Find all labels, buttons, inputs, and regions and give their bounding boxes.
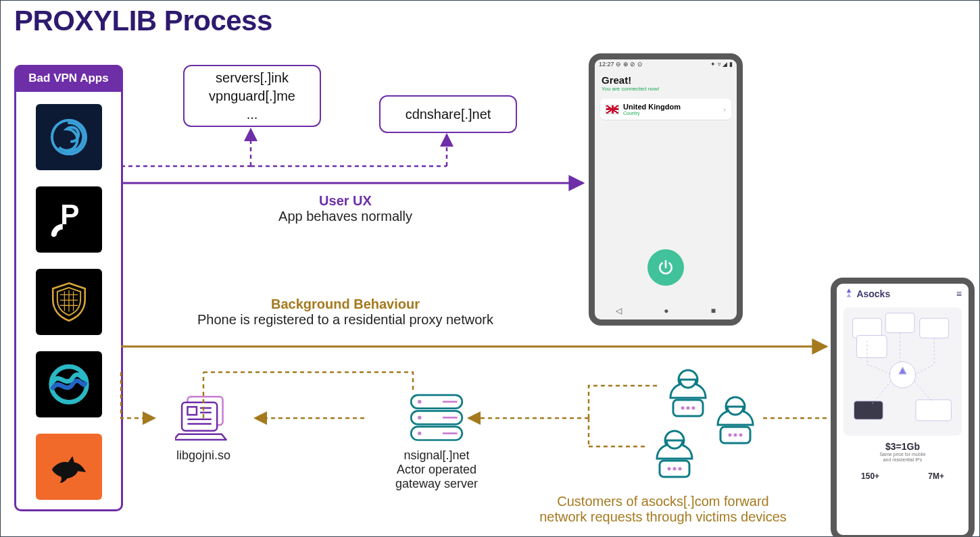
domain-line: ... [247, 105, 258, 124]
app-icon-fox [36, 434, 102, 500]
gateway-label-3: gateway server [366, 477, 508, 491]
threat-actor-icon [666, 369, 710, 421]
user-ux-sub: App behaves normally [203, 209, 487, 224]
threat-actor-icon [653, 430, 696, 482]
domain-box-cdnshare: cdnshare[.]net [379, 95, 517, 133]
gateway-label-1: nsignal[.]net [366, 449, 508, 463]
app-icon-p-wifi: P [36, 186, 102, 253]
svg-point-38 [679, 467, 682, 471]
libgojni-label: libgojni.so [156, 449, 251, 463]
bad-app-icons: P [16, 104, 121, 500]
gateway-label-2: Actor operated [366, 463, 508, 477]
svg-rect-10 [916, 400, 952, 421]
svg-rect-7 [856, 336, 887, 358]
svg-text:P: P [60, 199, 79, 230]
svg-point-22 [418, 416, 421, 419]
svg-rect-9 [854, 401, 883, 419]
svg-point-36 [668, 467, 671, 471]
asocks-illustration [843, 307, 962, 436]
user-ux-title: User UX [203, 193, 487, 209]
svg-point-2 [51, 232, 56, 237]
customers-label: Customers of asocks[.]com forward networ… [514, 494, 812, 525]
phone-statusbar: 12:27 ⊖ ⊕ ⊘ ⊙ ✦ ▿ ◢ ▮ [595, 59, 737, 74]
domain-line: cdnshare[.]net [406, 105, 491, 124]
diagram-canvas: PROXYLIB Process Bad VPN Apps P servers[… [0, 0, 980, 537]
country-name: United Kingdom Country [623, 103, 681, 116]
svg-rect-6 [920, 318, 949, 338]
power-button [647, 249, 684, 286]
phone-mockup-asocks: Asocks ≡ $3=1Gb Same price for mobile an… [831, 278, 975, 537]
asocks-stat-2: 7M+ [928, 471, 944, 481]
asocks-logo: Asocks [843, 288, 890, 299]
asocks-price: $3=1Gb [837, 441, 969, 452]
asocks-brand-text: Asocks [856, 288, 890, 299]
threat-actor-icon [714, 396, 757, 449]
country-text: United Kingdom [623, 103, 681, 111]
status-left: 12:27 ⊖ ⊕ ⊘ ⊙ [599, 61, 643, 73]
page-title: PROXYLIB Process [14, 5, 272, 37]
bg-sub: Phone is registered to a residential pro… [153, 312, 538, 328]
bg-title: Background Behaviour [153, 297, 538, 312]
svg-point-32 [729, 434, 732, 437]
country-sub: Country [623, 111, 681, 116]
gateway-server-node: nsignal[.]net Actor operated gateway ser… [366, 392, 508, 491]
svg-point-30 [692, 407, 695, 410]
android-navbar: ◁ ● ■ [595, 302, 737, 319]
asocks-header: Asocks ≡ [837, 284, 969, 303]
nav-back-icon: ◁ [616, 306, 622, 315]
svg-point-28 [681, 407, 685, 410]
svg-point-8 [889, 361, 916, 388]
svg-rect-4 [853, 318, 882, 338]
asocks-stats: 150+ 7M+ [837, 471, 969, 481]
svg-rect-5 [885, 313, 914, 332]
svg-point-23 [418, 432, 421, 435]
nav-home-icon: ● [664, 306, 668, 315]
domain-line: vpnguard[.]me [209, 87, 295, 105]
background-behaviour-label: Background Behaviour Phone is registered… [153, 297, 538, 328]
app-icon-shield [36, 269, 102, 335]
uk-flag-icon [606, 105, 619, 114]
asocks-price-sub: Same price for mobile and residential IP… [837, 452, 969, 463]
svg-point-34 [739, 434, 743, 437]
phone-mockup-ux: 12:27 ⊖ ⊕ ⊘ ⊙ ✦ ▿ ◢ ▮ Great! You are con… [589, 53, 743, 326]
hamburger-icon: ≡ [956, 288, 962, 299]
svg-point-37 [673, 467, 677, 471]
asocks-stat-1: 150+ [861, 471, 879, 481]
domain-line: servers[.]ink [216, 69, 289, 87]
app-icon-spiral [36, 104, 102, 170]
phone-country-card: United Kingdom Country › [600, 99, 731, 120]
svg-point-21 [418, 400, 421, 403]
domain-box-servers: servers[.]ink vpnguard[.]me ... [183, 65, 321, 127]
phone-ux-title: Great! [595, 74, 737, 86]
status-right: ✦ ▿ ◢ ▮ [710, 61, 733, 73]
nav-recent-icon: ■ [711, 306, 716, 315]
phone-ux-connected: You are connected now! [595, 86, 737, 96]
svg-point-29 [687, 407, 690, 410]
app-icon-wave [36, 351, 102, 417]
chevron-right-icon: › [723, 105, 726, 113]
libgojni-node: libgojni.so [156, 392, 251, 463]
svg-point-33 [734, 434, 737, 437]
bad-vpn-apps-header: Bad VPN Apps [14, 65, 123, 92]
bad-vpn-apps-panel: Bad VPN Apps P [14, 65, 123, 511]
user-ux-label: User UX App behaves normally [203, 193, 487, 224]
